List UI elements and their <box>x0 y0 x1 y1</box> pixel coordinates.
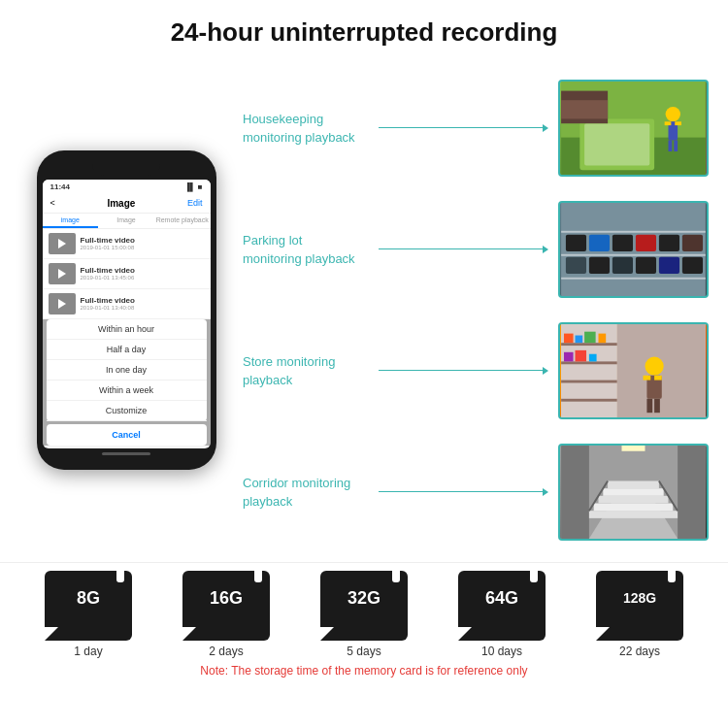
svg-rect-17 <box>589 234 610 250</box>
svg-point-4 <box>666 106 680 120</box>
sd-card-size-32g: 32G <box>347 588 381 609</box>
monitoring-label-text-parking: Parking lotmonitoring playback <box>243 233 355 266</box>
video-thumb-2 <box>49 263 76 284</box>
phone-tab-image2[interactable]: Image <box>98 214 154 228</box>
phone-tab-image[interactable]: image <box>43 214 99 228</box>
sd-card-8g: 8G <box>45 571 132 641</box>
monitoring-photo-housekeeping <box>558 80 709 177</box>
phone-signal: ▐▌ ■ <box>184 182 202 191</box>
video-date-2: 2019-01-01 13:45:06 <box>81 275 205 281</box>
note-text: Note: The storage time of the memory car… <box>19 664 709 678</box>
dropdown-item-2[interactable]: Half a day <box>47 340 207 360</box>
sd-card-64g: 64G <box>458 571 546 641</box>
dropdown-cancel-button[interactable]: Cancel <box>47 424 207 446</box>
bottom-section: 8G 1 day 16G 2 days 32G 5 days 64G <box>0 562 728 689</box>
svg-rect-41 <box>589 353 597 361</box>
sd-card-item-8g: 8G 1 day <box>45 571 132 658</box>
monitoring-label-store: Store monitoringplayback <box>243 352 369 389</box>
video-item-2[interactable]: Full-time video 2019-01-01 13:45:06 <box>43 259 211 289</box>
video-thumb-1 <box>49 233 76 254</box>
monitoring-label-text-housekeeping: Housekeepingmonitoring playback <box>243 112 355 145</box>
dropdown-item-5[interactable]: Customize <box>47 401 207 421</box>
dropdown-overlay: Within an hour Half a day In one day Wit… <box>43 319 211 446</box>
svg-rect-18 <box>612 234 633 250</box>
svg-rect-6 <box>665 121 672 125</box>
sd-card-notch-16g <box>254 571 262 582</box>
sd-card-32g: 32G <box>320 571 408 641</box>
phone-nav-bar: < Image Edit <box>43 194 211 214</box>
monitoring-photo-corridor <box>558 444 709 541</box>
svg-rect-24 <box>612 256 633 273</box>
svg-rect-25 <box>636 256 656 273</box>
phone-nav-edit[interactable]: Edit <box>187 198 203 208</box>
svg-rect-44 <box>644 375 651 380</box>
video-thumb-3 <box>49 293 76 314</box>
main-content: 11:44 ▐▌ ■ < Image Edit image Image Remo… <box>0 57 728 562</box>
sd-label-8g: 1 day <box>74 645 102 658</box>
phone-nav-back[interactable]: < <box>50 198 55 208</box>
monitoring-photo-parking <box>558 201 709 298</box>
dropdown-item-1[interactable]: Within an hour <box>47 319 207 340</box>
right-panel: Housekeepingmonitoring playback <box>233 57 709 562</box>
sd-label-16g: 2 days <box>209 645 243 658</box>
phone-screen: 11:44 ▐▌ ■ < Image Edit image Image Remo… <box>43 180 211 448</box>
svg-rect-26 <box>659 256 679 273</box>
phone-time: 11:44 <box>50 182 70 191</box>
video-date-3: 2019-01-01 13:40:08 <box>81 305 205 311</box>
video-title-2: Full-time video <box>81 266 205 275</box>
svg-rect-56 <box>608 480 659 488</box>
dropdown-menu: Within an hour Half a day In one day Wit… <box>47 319 207 421</box>
svg-rect-14 <box>561 253 706 255</box>
monitoring-row-parking: Parking lotmonitoring playback <box>243 201 709 298</box>
monitoring-label-text-store: Store monitoringplayback <box>243 354 335 387</box>
dropdown-item-4[interactable]: Within a week <box>47 381 207 401</box>
dropdown-item-3[interactable]: In one day <box>47 360 207 381</box>
svg-point-42 <box>645 356 664 375</box>
phone-status-bar: 11:44 ▐▌ ■ <box>43 180 211 194</box>
svg-rect-31 <box>561 343 617 346</box>
svg-rect-34 <box>561 398 617 401</box>
arrow-housekeeping <box>379 127 548 129</box>
monitoring-row-housekeeping: Housekeepingmonitoring playback <box>243 80 709 177</box>
phone-tab-remote[interactable]: Remote playback <box>154 214 211 228</box>
sd-card-size-64g: 64G <box>485 588 518 609</box>
svg-rect-55 <box>603 488 663 496</box>
svg-rect-22 <box>566 256 586 273</box>
phone-tabs: image Image Remote playback <box>43 214 211 229</box>
video-date-1: 2019-01-01 15:00:08 <box>81 245 205 250</box>
arrow-store <box>379 370 548 372</box>
svg-rect-49 <box>561 446 589 539</box>
svg-rect-54 <box>599 495 669 503</box>
phone-home-bar <box>43 448 211 460</box>
monitoring-label-parking: Parking lotmonitoring playback <box>243 231 369 268</box>
page-title: 24-hour uninterrupted recording <box>19 17 709 48</box>
svg-rect-36 <box>576 335 583 343</box>
arrow-parking <box>379 248 548 250</box>
arrow-corridor <box>379 491 548 493</box>
svg-rect-11 <box>561 100 608 118</box>
monitoring-row-store: Store monitoringplayback <box>243 322 709 419</box>
phone-mockup: 11:44 ▐▌ ■ < Image Edit image Image Remo… <box>19 57 233 562</box>
monitoring-row-corridor: Corridor monitoringplayback <box>243 444 709 541</box>
sd-card-item-16g: 16G 2 days <box>182 571 270 658</box>
svg-rect-20 <box>659 234 679 250</box>
video-item-1[interactable]: Full-time video 2019-01-01 15:00:08 <box>43 229 211 259</box>
svg-rect-27 <box>682 256 703 273</box>
svg-rect-53 <box>594 503 674 511</box>
sd-card-notch-32g <box>392 571 400 582</box>
svg-rect-8 <box>669 140 673 151</box>
sd-label-32g: 5 days <box>347 645 381 658</box>
svg-rect-52 <box>589 511 678 518</box>
sd-card-notch-128g <box>668 571 676 582</box>
video-item-3[interactable]: Full-time video 2019-01-01 13:40:08 <box>43 289 211 319</box>
monitoring-label-corridor: Corridor monitoringplayback <box>243 474 369 511</box>
sd-label-128g: 22 days <box>619 645 660 658</box>
svg-rect-59 <box>622 446 645 451</box>
svg-rect-23 <box>589 256 610 273</box>
svg-rect-32 <box>561 361 617 364</box>
sd-card-size-8g: 8G <box>77 588 100 609</box>
phone-body: 11:44 ▐▌ ■ < Image Edit image Image Remo… <box>37 150 216 470</box>
svg-rect-46 <box>646 398 652 412</box>
sd-card-16g: 16G <box>182 571 270 641</box>
monitoring-photo-store <box>558 322 709 419</box>
